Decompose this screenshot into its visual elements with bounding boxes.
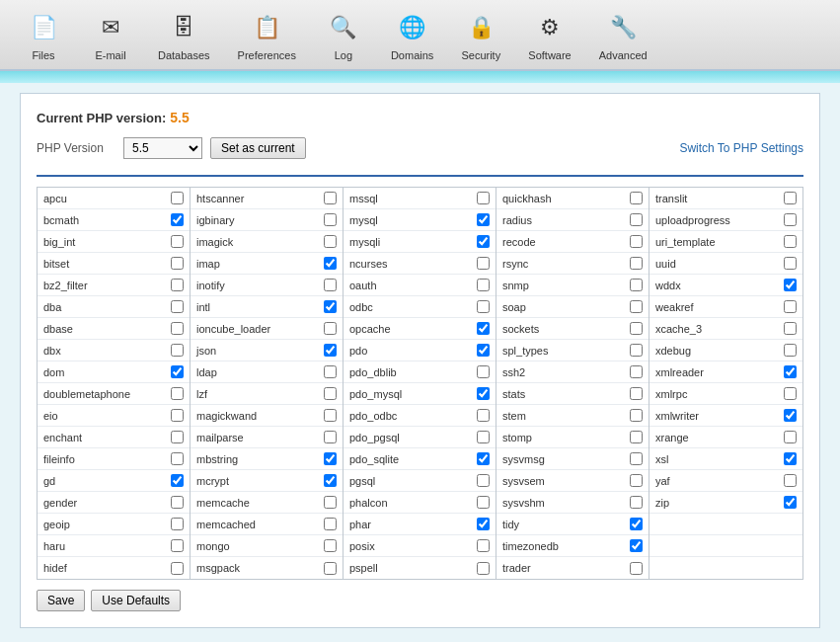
module-checkbox[interactable]: [784, 387, 797, 400]
use-defaults-button[interactable]: Use Defaults: [91, 590, 181, 611]
nav-files[interactable]: Files: [10, 4, 77, 65]
module-checkbox[interactable]: [477, 365, 490, 378]
module-checkbox[interactable]: [171, 539, 184, 552]
module-checkbox[interactable]: [171, 452, 184, 465]
module-checkbox[interactable]: [784, 409, 797, 422]
module-checkbox[interactable]: [784, 431, 797, 443]
module-checkbox[interactable]: [477, 562, 490, 575]
nav-domains[interactable]: Domains: [377, 4, 447, 65]
module-checkbox[interactable]: [630, 322, 643, 335]
module-checkbox[interactable]: [477, 409, 490, 422]
module-checkbox[interactable]: [324, 409, 337, 422]
module-checkbox[interactable]: [171, 474, 184, 487]
module-checkbox[interactable]: [477, 257, 490, 270]
module-checkbox[interactable]: [171, 387, 184, 400]
module-checkbox[interactable]: [324, 539, 337, 552]
module-checkbox[interactable]: [477, 387, 490, 400]
module-checkbox[interactable]: [477, 235, 490, 248]
module-checkbox[interactable]: [630, 192, 643, 204]
module-checkbox[interactable]: [477, 539, 490, 552]
nav-databases[interactable]: Databases: [144, 4, 224, 65]
module-checkbox[interactable]: [171, 344, 184, 357]
module-checkbox[interactable]: [324, 279, 337, 291]
nav-advanced[interactable]: Advanced: [585, 4, 661, 65]
module-checkbox[interactable]: [324, 235, 337, 248]
set-current-button[interactable]: Set as current: [210, 137, 306, 159]
module-checkbox[interactable]: [171, 562, 184, 575]
module-checkbox[interactable]: [630, 409, 643, 422]
module-checkbox[interactable]: [784, 474, 797, 487]
module-checkbox[interactable]: [171, 257, 184, 270]
module-checkbox[interactable]: [477, 431, 490, 443]
module-checkbox[interactable]: [630, 431, 643, 443]
module-checkbox[interactable]: [630, 539, 643, 552]
module-checkbox[interactable]: [324, 562, 337, 575]
module-checkbox[interactable]: [171, 518, 184, 530]
module-checkbox[interactable]: [477, 518, 490, 530]
module-checkbox[interactable]: [784, 452, 797, 465]
module-checkbox[interactable]: [630, 213, 643, 226]
module-checkbox[interactable]: [784, 300, 797, 313]
module-checkbox[interactable]: [324, 431, 337, 443]
module-checkbox[interactable]: [630, 452, 643, 465]
module-checkbox[interactable]: [477, 344, 490, 357]
module-checkbox[interactable]: [477, 192, 490, 204]
module-checkbox[interactable]: [324, 192, 337, 204]
module-checkbox[interactable]: [324, 322, 337, 335]
module-checkbox[interactable]: [477, 452, 490, 465]
module-checkbox[interactable]: [171, 235, 184, 248]
module-checkbox[interactable]: [784, 279, 797, 291]
nav-log[interactable]: Log: [310, 4, 377, 65]
module-checkbox[interactable]: [324, 344, 337, 357]
module-checkbox[interactable]: [324, 518, 337, 530]
nav-security[interactable]: Security: [447, 4, 514, 65]
module-checkbox[interactable]: [630, 300, 643, 313]
module-checkbox[interactable]: [324, 300, 337, 313]
module-checkbox[interactable]: [630, 387, 643, 400]
module-checkbox[interactable]: [630, 518, 643, 530]
module-checkbox[interactable]: [324, 257, 337, 270]
module-checkbox[interactable]: [477, 279, 490, 291]
module-checkbox[interactable]: [477, 474, 490, 487]
module-checkbox[interactable]: [630, 279, 643, 291]
module-checkbox[interactable]: [171, 279, 184, 291]
module-checkbox[interactable]: [784, 257, 797, 270]
module-checkbox[interactable]: [171, 213, 184, 226]
module-checkbox[interactable]: [477, 322, 490, 335]
module-checkbox[interactable]: [324, 365, 337, 378]
module-checkbox[interactable]: [324, 496, 337, 509]
module-checkbox[interactable]: [784, 235, 797, 248]
nav-preferences[interactable]: Preferences: [224, 4, 310, 65]
module-checkbox[interactable]: [630, 365, 643, 378]
module-checkbox[interactable]: [171, 409, 184, 422]
php-version-select[interactable]: 5.5 5.6 7.0 7.1 7.2: [123, 137, 202, 159]
module-checkbox[interactable]: [784, 213, 797, 226]
module-checkbox[interactable]: [630, 474, 643, 487]
module-checkbox[interactable]: [324, 213, 337, 226]
module-checkbox[interactable]: [171, 496, 184, 509]
module-checkbox[interactable]: [324, 452, 337, 465]
module-checkbox[interactable]: [324, 474, 337, 487]
nav-software[interactable]: Software: [514, 4, 584, 65]
module-checkbox[interactable]: [784, 192, 797, 204]
module-checkbox[interactable]: [171, 431, 184, 443]
module-checkbox[interactable]: [784, 365, 797, 378]
module-checkbox[interactable]: [630, 257, 643, 270]
module-checkbox[interactable]: [630, 235, 643, 248]
module-checkbox[interactable]: [171, 192, 184, 204]
module-checkbox[interactable]: [784, 322, 797, 335]
module-checkbox[interactable]: [477, 213, 490, 226]
module-checkbox[interactable]: [477, 496, 490, 509]
save-button[interactable]: Save: [37, 590, 85, 611]
module-checkbox[interactable]: [784, 496, 797, 509]
module-checkbox[interactable]: [630, 562, 643, 575]
module-checkbox[interactable]: [171, 300, 184, 313]
module-checkbox[interactable]: [477, 300, 490, 313]
module-checkbox[interactable]: [630, 496, 643, 509]
module-checkbox[interactable]: [324, 387, 337, 400]
module-checkbox[interactable]: [630, 344, 643, 357]
switch-php-settings-link[interactable]: Switch To PHP Settings: [679, 141, 803, 155]
module-checkbox[interactable]: [171, 322, 184, 335]
module-checkbox[interactable]: [171, 365, 184, 378]
nav-email[interactable]: E-mail: [77, 4, 144, 65]
